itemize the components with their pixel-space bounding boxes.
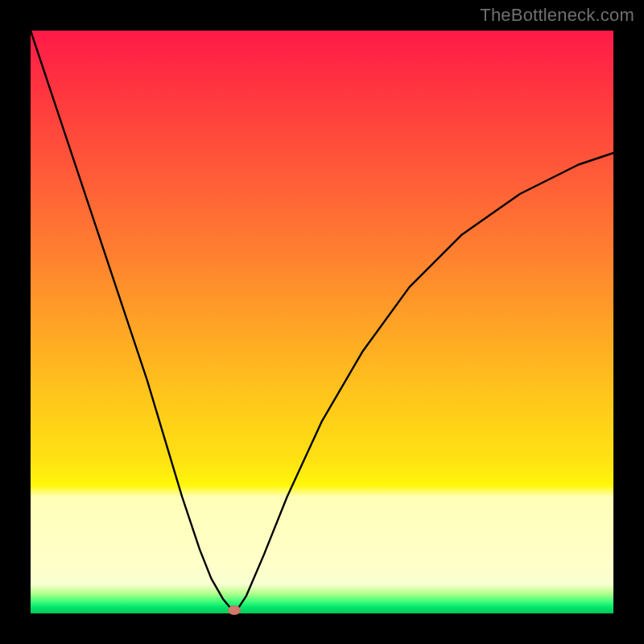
bottleneck-point-marker [228,605,241,615]
watermark-text: TheBottleneck.com [480,5,634,26]
plot-area [31,31,613,613]
chart-frame: TheBottleneck.com [0,0,644,644]
bottleneck-curve [31,31,613,613]
